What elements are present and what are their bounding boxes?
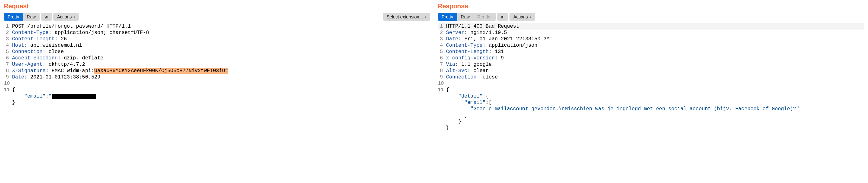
line-number: 4 [438, 42, 446, 49]
code-line[interactable]: 11{ [438, 87, 864, 93]
code-content: Connection: close [12, 49, 430, 55]
code-content: HTTP/1.1 400 Bad Request [446, 23, 864, 30]
line-number: 9 [4, 74, 12, 80]
code-line[interactable]: 5Content-Length: 131 [438, 49, 864, 55]
response-toolbar: Pretty Raw Render \n Actions ▾ [438, 13, 864, 21]
code-content: Server: nginx/1.19.5 [446, 30, 864, 36]
line-number: 2 [438, 30, 446, 36]
code-line[interactable]: 6x-config-version: 9 [438, 55, 864, 61]
line-number: 5 [438, 49, 446, 55]
code-line[interactable]: 9Date: 2021-01-01T23:38:50.529 [4, 74, 430, 80]
line-number: 6 [438, 55, 446, 61]
code-content: POST /profile/forgot_password/ HTTP/1.1 [12, 23, 430, 30]
code-line[interactable]: 4Host: api.wieisdemol.nl [4, 42, 430, 49]
code-line[interactable]: 8X-Signature: HMAC widm-api:UaXaUB6YCKY2… [4, 68, 430, 74]
code-line[interactable]: 4Content-Type: application/json [438, 42, 864, 49]
line-number: 7 [438, 61, 446, 68]
code-content: "detail":{ [446, 93, 864, 100]
code-line[interactable]: ] [438, 112, 864, 119]
newline-toggle-button[interactable]: \n [41, 13, 52, 21]
line-number: 9 [438, 74, 446, 80]
code-content: "email":" " [12, 93, 430, 100]
code-line[interactable]: 10 [4, 80, 430, 87]
response-view-tabs: Pretty Raw Render [438, 13, 496, 21]
line-number: 4 [4, 42, 12, 49]
code-content: Date: 2021-01-01T23:38:50.529 [12, 74, 430, 80]
code-line[interactable]: 6Accept-Encoding: gzip, deflate [4, 55, 430, 61]
code-content: "email":[ [446, 100, 864, 106]
line-number: 2 [4, 30, 12, 36]
code-line[interactable]: "detail":{ [438, 93, 864, 100]
code-line[interactable]: } [438, 125, 864, 131]
response-title: Response [438, 3, 864, 10]
tab-raw[interactable]: Raw [23, 13, 40, 21]
line-number: 7 [4, 61, 12, 68]
code-line[interactable]: 3Content-Length: 26 [4, 36, 430, 42]
actions-dropdown[interactable]: Actions ▾ [53, 13, 79, 21]
actions-dropdown[interactable]: Actions ▾ [509, 13, 535, 21]
code-line[interactable]: 11{ [4, 87, 430, 93]
code-line[interactable]: "email":" " [4, 93, 430, 100]
code-line[interactable]: "email":[ [438, 100, 864, 106]
code-content: Accept-Encoding: gzip, deflate [12, 55, 430, 61]
line-number: 11 [4, 87, 12, 93]
code-content: Date: Fri, 01 Jan 2021 22:38:50 GMT [446, 36, 864, 42]
code-content: } [12, 100, 430, 106]
code-content: X-Signature: HMAC widm-api:UaXaUB6YCKY2A… [12, 68, 430, 74]
code-line[interactable]: 7Via: 1.1 google [438, 61, 864, 68]
response-editor[interactable]: 1HTTP/1.1 400 Bad Request2Server: nginx/… [438, 23, 864, 131]
code-line[interactable]: } [4, 100, 430, 106]
code-line[interactable]: 2Content-Type: application/json; charset… [4, 30, 430, 36]
code-line[interactable]: 5Connection: close [4, 49, 430, 55]
line-number: 5 [4, 49, 12, 55]
code-content: User-Agent: okhttp/4.7.2 [12, 61, 430, 68]
tab-raw[interactable]: Raw [457, 13, 474, 21]
code-line[interactable]: 1POST /profile/forgot_password/ HTTP/1.1 [4, 23, 430, 30]
select-extension-label: Select extension... [387, 14, 423, 19]
request-toolbar: Pretty Raw \n Actions ▾ Select extension… [4, 13, 430, 21]
code-line[interactable]: 8Alt-Svc: clear [438, 68, 864, 74]
line-number: 1 [4, 23, 12, 30]
line-number: 10 [438, 80, 446, 87]
code-line[interactable]: 2Server: nginx/1.19.5 [438, 30, 864, 36]
code-content: ] [446, 112, 864, 119]
line-number: 8 [4, 68, 12, 74]
code-content: Host: api.wieisdemol.nl [12, 42, 430, 49]
code-line[interactable]: 1HTTP/1.1 400 Bad Request [438, 23, 864, 30]
code-line[interactable]: 3Date: Fri, 01 Jan 2021 22:38:50 GMT [438, 36, 864, 42]
code-content: x-config-version: 9 [446, 55, 864, 61]
code-content: { [12, 87, 430, 93]
request-view-tabs: Pretty Raw [4, 13, 40, 21]
line-number: 1 [438, 23, 446, 30]
code-content: Via: 1.1 google [446, 61, 864, 68]
code-content: Content-Type: application/json [446, 42, 864, 49]
code-content: "Geen e-mailaccount gevonden.\nMisschien… [446, 106, 864, 112]
code-line[interactable]: "Geen e-mailaccount gevonden.\nMisschien… [438, 106, 864, 112]
line-number: 6 [4, 55, 12, 61]
select-extension-dropdown[interactable]: Select extension... ▾ [383, 13, 430, 21]
line-number: 11 [438, 87, 446, 93]
chevron-down-icon: ▾ [530, 15, 531, 19]
code-content: { [446, 87, 864, 93]
code-line[interactable]: 10 [438, 80, 864, 87]
code-content: Content-Type: application/json; charset=… [12, 30, 430, 36]
line-number: 3 [438, 36, 446, 42]
code-line[interactable]: 7User-Agent: okhttp/4.7.2 [4, 61, 430, 68]
actions-label: Actions [513, 14, 528, 19]
line-number: 3 [4, 36, 12, 42]
line-number: 10 [4, 80, 12, 87]
chevron-down-icon: ▾ [425, 15, 426, 19]
actions-label: Actions [57, 14, 72, 19]
newline-toggle-button[interactable]: \n [497, 13, 508, 21]
code-content: Content-Length: 131 [446, 49, 864, 55]
line-number: 8 [438, 68, 446, 74]
request-editor[interactable]: 1POST /profile/forgot_password/ HTTP/1.1… [4, 23, 430, 106]
code-content: } [446, 125, 864, 131]
code-line[interactable]: 9Connection: close [438, 74, 864, 80]
tab-render[interactable]: Render [474, 13, 496, 21]
tab-pretty[interactable]: Pretty [438, 13, 457, 21]
code-content: Content-Length: 26 [12, 36, 430, 42]
code-line[interactable]: } [438, 119, 864, 125]
code-content: Alt-Svc: clear [446, 68, 864, 74]
tab-pretty[interactable]: Pretty [4, 13, 23, 21]
